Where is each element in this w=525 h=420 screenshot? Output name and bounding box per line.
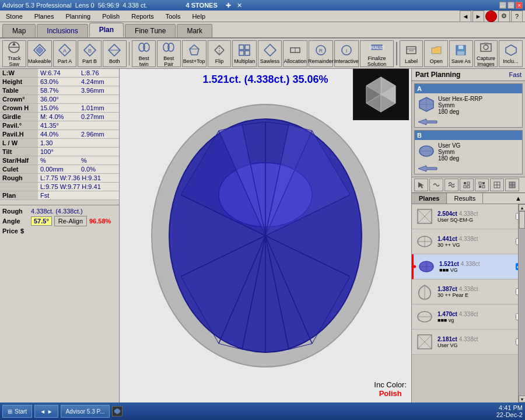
- multiplan-button[interactable]: Multiplan: [232, 40, 257, 67]
- t2-wave2-button[interactable]: [444, 178, 459, 191]
- best-top-label: Best+Top: [183, 58, 205, 64]
- realign-percent: 96.58%: [89, 218, 111, 225]
- label-button[interactable]: Label: [400, 40, 424, 67]
- taskbar-app-icon[interactable]: [112, 406, 123, 416]
- svg-rect-93: [467, 186, 470, 188]
- metric-label-starhalf: Star/Half: [0, 156, 38, 165]
- close-x-icon[interactable]: ✕: [237, 2, 242, 9]
- finalize-button[interactable]: FINALIZE Finalize Solution: [360, 40, 394, 67]
- tab-plan[interactable]: Plan: [89, 23, 124, 37]
- makeable-button[interactable]: Makeable: [27, 40, 52, 67]
- start-label: Start: [15, 408, 27, 415]
- nav-forward-button[interactable]: ►: [473, 10, 484, 22]
- start-button[interactable]: ⊞ Start: [2, 405, 32, 418]
- allocation-button[interactable]: Allocation: [283, 40, 307, 67]
- tab-results[interactable]: Results: [447, 193, 483, 204]
- interactive-button[interactable]: I Interactive: [334, 40, 359, 67]
- metric-val-starhalf1: %: [38, 156, 79, 165]
- tab-map[interactable]: Map: [2, 24, 36, 37]
- menu-help[interactable]: Help: [188, 12, 209, 21]
- capture-button[interactable]: Capture Images: [474, 40, 498, 67]
- result-info-6: 2.181ct 4.338ct User VG: [438, 336, 513, 348]
- flip-label: Flip: [215, 58, 224, 64]
- tab-planes[interactable]: Planes: [412, 193, 447, 204]
- part-b-button[interactable]: B Part B: [78, 40, 102, 67]
- nav-back-button[interactable]: ◄: [460, 10, 471, 22]
- menu-polish[interactable]: Polish: [99, 12, 123, 21]
- remainder-button[interactable]: R Remainder: [309, 40, 333, 67]
- best-twin-button[interactable]: Best twin: [132, 40, 156, 67]
- settings-button[interactable]: ⚙: [498, 10, 510, 22]
- metric-row-lw: L:W W:6.74 L:8.76: [0, 69, 119, 78]
- track-saw-button[interactable]: Track Saw: [2, 40, 26, 67]
- part-a-icon: A: [58, 43, 72, 57]
- diamond-canvas: [143, 96, 388, 376]
- t2-cursor-button[interactable]: [414, 178, 428, 191]
- metric-row-loverw: L / W 1.30: [0, 139, 119, 148]
- minimize-button[interactable]: —: [499, 2, 506, 9]
- scroll-up-arrow[interactable]: ▲: [519, 204, 525, 211]
- best-pair-button[interactable]: Best Pair: [157, 40, 181, 67]
- tab-mark[interactable]: Mark: [177, 24, 212, 37]
- metric-label-culet: Culet: [0, 165, 38, 174]
- remainder-label: Remainder: [308, 58, 334, 64]
- inclu-button[interactable]: Inclu...: [499, 40, 523, 67]
- metric-val-tilt1: 100°: [38, 148, 79, 156]
- flip-button[interactable]: Flip: [208, 40, 232, 67]
- sawless-icon: [263, 43, 277, 57]
- collapse-button[interactable]: ▲: [512, 193, 525, 204]
- open-button[interactable]: Open: [424, 40, 448, 67]
- close-button[interactable]: ✕: [516, 2, 523, 9]
- scroll-thumb[interactable]: [519, 211, 525, 229]
- both-button[interactable]: Both: [103, 40, 127, 67]
- best-top-button[interactable]: Best+Top: [182, 40, 206, 67]
- menu-reports[interactable]: Reports: [128, 12, 158, 21]
- menu-planning[interactable]: Planning: [62, 12, 94, 21]
- metric-label-tilt: Tilt: [0, 148, 38, 156]
- scroll-track: [519, 211, 525, 396]
- svg-marker-15: [190, 45, 199, 55]
- maximize-button[interactable]: □: [508, 2, 514, 9]
- t2-grid3-button[interactable]: [490, 178, 504, 191]
- scroll-down-arrow[interactable]: ▼: [519, 396, 525, 402]
- realign-button[interactable]: Re-Align: [54, 216, 87, 226]
- result-item-6[interactable]: 2.181ct 4.338ct User VG: [412, 330, 525, 355]
- metric-label-rough2: [0, 183, 38, 191]
- t2-grid4-button[interactable]: [505, 178, 519, 191]
- record-button[interactable]: [485, 10, 497, 22]
- metrics-table: L:W W:6.74 L:8.76 Height 63.0% 4.24mm Ta…: [0, 69, 119, 200]
- section-a-gem-icon: [417, 95, 436, 115]
- results-scrollbar[interactable]: ▲ ▼: [518, 204, 525, 402]
- result-item-4[interactable]: 1.387ct 4.338ct 30 ++ Pear E: [412, 279, 525, 304]
- metric-val-height1: 63.0%: [38, 78, 79, 86]
- metric-val-crown-h2: 1.01mm: [79, 104, 119, 113]
- menu-tools[interactable]: Tools: [162, 12, 184, 21]
- result-item-1[interactable]: 2.504ct 4.338ct User SQ-EM-G: [412, 204, 525, 229]
- help-button[interactable]: ?: [511, 10, 523, 22]
- taskbar-advisor-button[interactable]: Advisor 5.3 P...: [61, 405, 110, 418]
- sawless-button[interactable]: Sawless: [258, 40, 282, 67]
- metric-val-crown-deg1: 36.00°: [38, 95, 79, 104]
- result-gem-icon-2: [414, 231, 435, 252]
- svg-line-106: [425, 209, 432, 216]
- result-item-3[interactable]: 1.521ct 4.338ct ■■■ VG: [412, 254, 525, 279]
- result-item-2[interactable]: 1.441ct 4.338ct 30 ++ VG: [412, 229, 525, 254]
- clock-date: 22-Dec-2: [496, 411, 523, 418]
- rough-value: 4.338ct. (4.338ct.): [31, 208, 83, 215]
- save-as-button[interactable]: Save As: [449, 40, 473, 67]
- result-rough-6: 4.338ct: [459, 336, 478, 342]
- t2-wave1-button[interactable]: [429, 178, 443, 191]
- t2-grid2-button[interactable]: [475, 178, 489, 191]
- tab-fine-tune[interactable]: Fine Tune: [125, 24, 176, 37]
- tab-inclusions[interactable]: Inclusions: [37, 24, 88, 37]
- part-a-button[interactable]: A Part A: [53, 40, 77, 67]
- menu-planes[interactable]: Planes: [31, 12, 58, 21]
- taskbar-clock: 4:41 PM 22-Dec-2: [496, 404, 523, 418]
- result-gem-icon-4: [414, 281, 435, 302]
- section-a-symm: Symm: [438, 102, 454, 108]
- taskbar-nav-button[interactable]: ◄ ►: [34, 405, 58, 418]
- t2-grid1-button[interactable]: [460, 178, 474, 191]
- menu-stone[interactable]: Stone: [2, 12, 26, 21]
- result-item-5[interactable]: 1.470ct 4.338ct ■■■ vg: [412, 304, 525, 330]
- metric-val-pavil-h1: 44.0%: [38, 130, 79, 139]
